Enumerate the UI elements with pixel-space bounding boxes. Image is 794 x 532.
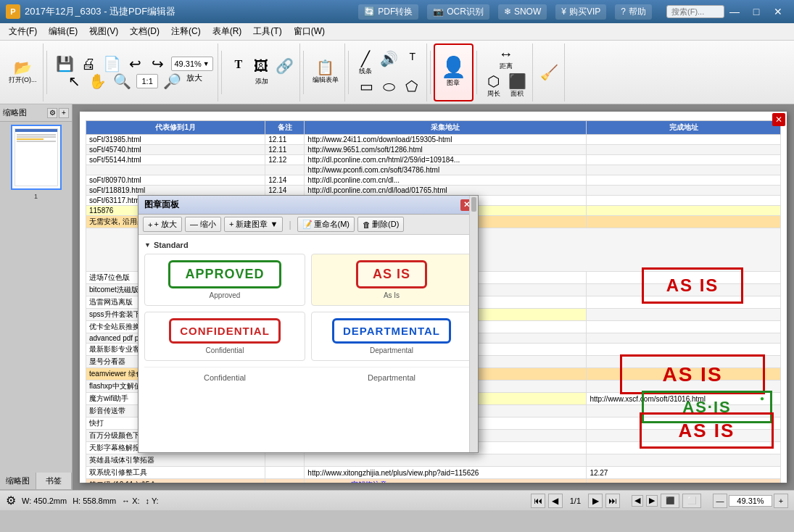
open-button[interactable]: 📂 打开(O)... bbox=[6, 59, 40, 86]
maximize-button[interactable]: □ bbox=[746, 4, 766, 20]
sidebar-settings-btn[interactable]: ⚙ bbox=[47, 108, 57, 118]
tab-thumbnail[interactable]: 缩略图 bbox=[0, 473, 36, 489]
zoom-mode-btn-2[interactable]: ▶ bbox=[646, 495, 658, 507]
text-tool-button[interactable]: T bbox=[228, 57, 249, 75]
stamp-label: 图章 bbox=[447, 78, 460, 88]
cell: http://dl.pconline.com.cn/dl... bbox=[305, 175, 587, 186]
stamp-panel-titlebar[interactable]: 图章面板 ✕ bbox=[138, 196, 478, 215]
redo-button[interactable]: ↪ bbox=[147, 55, 169, 72]
pdf-close-button[interactable]: ✕ bbox=[772, 113, 785, 126]
stamp-rename-button[interactable]: 📝 重命名(M) bbox=[297, 217, 355, 232]
zoom-in-label: + 放大 bbox=[154, 219, 176, 230]
oval-button[interactable]: ⬭ bbox=[378, 78, 400, 95]
pdf-convert-btn[interactable]: 🔄 PDF转换 bbox=[358, 4, 418, 20]
search-input[interactable] bbox=[666, 5, 724, 18]
menu-window[interactable]: 窗口(W) bbox=[288, 24, 331, 39]
zoom-out-label: — 缩小 bbox=[190, 219, 216, 230]
image-tool-button[interactable]: 🖼 bbox=[250, 57, 272, 75]
menu-comment[interactable]: 注释(C) bbox=[165, 24, 207, 39]
line-button[interactable]: ╱ 线条 bbox=[355, 50, 376, 78]
speaker-icon: 🔊 bbox=[380, 51, 398, 66]
stamp-approved-item[interactable]: APPROVED Approved bbox=[144, 254, 305, 306]
table-row: soFt/80970.html 12.14 http://dl.pconline… bbox=[86, 175, 781, 186]
cell: soFt/55144.html bbox=[86, 155, 265, 165]
stamp-asis-item[interactable]: AS IS As Is bbox=[311, 254, 472, 306]
fit-width-button[interactable]: ⬜ bbox=[682, 494, 701, 508]
zoom-ratio-display: 49.31% bbox=[175, 59, 202, 68]
undo-button[interactable]: ↩ bbox=[125, 55, 146, 72]
menu-edit[interactable]: 编辑(E) bbox=[43, 24, 83, 39]
stamp-button[interactable]: 👤 图章 bbox=[438, 56, 469, 89]
nav-next-button[interactable]: ▶ bbox=[588, 494, 603, 508]
scan-button[interactable]: 📄 bbox=[100, 55, 124, 72]
cell bbox=[587, 196, 781, 206]
zoom-mode-btn-1[interactable]: ◀ bbox=[632, 495, 643, 507]
asis-stamp-2[interactable]: AS IS bbox=[620, 354, 765, 394]
stamp-zoom-in-button[interactable]: + + 放大 bbox=[143, 217, 182, 232]
cell: soFt/80970.html bbox=[86, 175, 265, 186]
zoom-out-icon: 🔎 bbox=[163, 74, 181, 88]
menu-document[interactable]: 文档(D) bbox=[124, 24, 165, 39]
polygon-button[interactable]: ⬠ bbox=[400, 78, 422, 95]
zoom-dropdown-icon[interactable]: ▼ bbox=[203, 60, 210, 67]
fit-page-button[interactable]: ⬛ bbox=[661, 494, 679, 508]
tab-bookmarks[interactable]: 书签 bbox=[36, 473, 73, 489]
edit-form-button[interactable]: 📋 编辑表单 bbox=[310, 59, 342, 86]
stamp-confidential-item[interactable]: CONFIDENTIAL Confidential bbox=[144, 312, 305, 361]
table-row: soFt/31985.html 12.11 http://www.24i11.c… bbox=[86, 135, 781, 145]
snow-btn[interactable]: ❄ SNOW bbox=[498, 4, 547, 20]
zoom-in-status-button[interactable]: + bbox=[774, 494, 788, 508]
distance-button[interactable]: ↔ 距离 bbox=[495, 45, 517, 72]
stamp-zoom-out-button[interactable]: — 缩小 bbox=[185, 217, 221, 232]
stamp-new-button[interactable]: + 新建图章 ▼ bbox=[224, 217, 283, 232]
scrollbar-thumb[interactable] bbox=[471, 197, 476, 212]
stamp-departmental-partial[interactable]: Departmental bbox=[311, 370, 472, 385]
sidebar-add-btn[interactable]: + bbox=[59, 108, 69, 118]
menu-tools[interactable]: 工具(T) bbox=[247, 24, 287, 39]
close-button[interactable]: ✕ bbox=[768, 4, 788, 20]
nav-prev-button[interactable]: ◀ bbox=[548, 494, 563, 508]
save-button[interactable]: 💾 bbox=[53, 55, 77, 72]
stamp-confidential-partial[interactable]: Confidential bbox=[144, 370, 305, 385]
zoom-out-status-button[interactable]: — bbox=[713, 494, 727, 508]
link-tool-button[interactable]: 🔗 bbox=[273, 57, 297, 75]
ocr-btn[interactable]: 📷 OCR识别 bbox=[427, 4, 489, 20]
area-button[interactable]: ⬛ 面积 bbox=[505, 72, 529, 100]
eraser-icon: 🧹 bbox=[540, 65, 558, 80]
menu-file[interactable]: 文件(F) bbox=[3, 24, 43, 39]
asis-stamp-4[interactable]: AS IS bbox=[640, 412, 774, 449]
select-button[interactable]: ↖ bbox=[63, 72, 85, 90]
text-field-button[interactable]: T bbox=[402, 50, 423, 78]
hand-tool-button[interactable]: ✋ bbox=[86, 72, 109, 90]
snow-icon: ❄ bbox=[504, 7, 511, 17]
menu-form[interactable]: 表单(R) bbox=[207, 24, 248, 39]
statusbar-icon[interactable]: ⚙ bbox=[6, 494, 16, 507]
zoom-out-button[interactable]: 🔎 bbox=[160, 72, 184, 90]
minimize-button[interactable]: — bbox=[724, 4, 745, 20]
cell bbox=[265, 467, 305, 479]
line-icon: ╱ bbox=[361, 51, 370, 66]
zoom-in-button[interactable]: 🔍 bbox=[110, 72, 134, 90]
print-button[interactable]: 🖨 bbox=[78, 55, 99, 72]
rect-button[interactable]: ▭ bbox=[355, 78, 377, 95]
stamp-delete-button[interactable]: 🗑 删除(D) bbox=[357, 217, 404, 232]
cell: soFt/45740.html bbox=[86, 145, 265, 155]
menu-view[interactable]: 视图(V) bbox=[83, 24, 124, 39]
stamp-panel-scrollbar[interactable] bbox=[469, 196, 478, 452]
vip-btn[interactable]: ¥ 购买VIP bbox=[555, 4, 606, 20]
stamp-departmental-item[interactable]: DEPARTMENTAL Departmental bbox=[311, 312, 472, 361]
nav-first-button[interactable]: ⏮ bbox=[531, 494, 545, 508]
toolbar-separator-2 bbox=[221, 51, 222, 94]
nav-last-button[interactable]: ⏭ bbox=[605, 494, 620, 508]
add-button[interactable]: 添加 bbox=[251, 75, 273, 88]
perimeter-button[interactable]: ⬡ 周长 bbox=[483, 72, 505, 100]
page-thumbnail-1[interactable] bbox=[11, 125, 62, 190]
toolbar-annotation: ╱ 线条 🔊 T ▭ ⬭ ⬠ bbox=[352, 43, 427, 101]
cell bbox=[587, 186, 781, 196]
toolbar-eraser: 🧹 bbox=[534, 43, 565, 101]
help-btn[interactable]: ? 帮助 bbox=[615, 4, 652, 20]
eraser-button[interactable]: 🧹 bbox=[537, 64, 561, 81]
textfield-icon: T bbox=[409, 51, 415, 62]
speaker-button[interactable]: 🔊 bbox=[377, 50, 401, 78]
asis-stamp-1[interactable]: AS IS bbox=[642, 267, 743, 304]
